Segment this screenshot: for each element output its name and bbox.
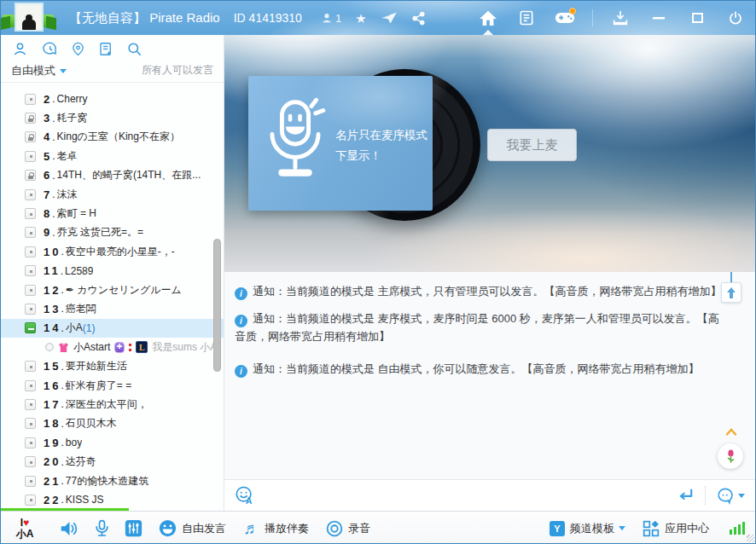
share-icon[interactable]: [411, 11, 426, 26]
maximize-button[interactable]: [686, 7, 708, 29]
speaker-icon[interactable]: [60, 520, 79, 537]
channel-name: 虾米有房了= =: [66, 379, 131, 393]
note-collect-icon[interactable]: [98, 41, 113, 57]
vip-badge-icon: [114, 342, 125, 353]
channel-number: 20: [44, 455, 61, 468]
collapse-minus-icon[interactable]: [25, 322, 36, 333]
svg-text:A: A: [246, 496, 253, 506]
power-close-button[interactable]: [724, 7, 747, 29]
template-icon: Y: [550, 521, 565, 536]
member-row[interactable]: 小AstartL我是sums 小A: [1, 338, 224, 356]
send-enter-icon[interactable]: [676, 488, 695, 503]
channel-number: 3: [44, 112, 52, 124]
sidebar: 自由模式 所有人可以发言 2.Cherry3.耗子窝4.Kingの王室（King…: [1, 35, 224, 511]
input-bar-separator: [705, 486, 706, 505]
record-button[interactable]: 录音: [326, 520, 370, 537]
location-icon[interactable]: [71, 41, 85, 57]
channel-logo[interactable]: [1, 1, 57, 35]
channel-row[interactable]: 6.14TH、的蝎子窝(14TH、在跟...: [1, 166, 224, 185]
favorite-star-icon[interactable]: ★: [355, 12, 366, 25]
mic-status-icon: [45, 343, 54, 351]
channel-name: Cherry: [57, 93, 88, 105]
minimize-to-tray-button[interactable]: [609, 7, 631, 29]
minimize-button[interactable]: [648, 7, 670, 29]
lock-icon: [25, 113, 36, 124]
scroll-to-top-button[interactable]: [721, 282, 741, 303]
channel-row[interactable]: 15.要开始新生活: [1, 356, 224, 375]
free-speech-button[interactable]: 自由发言: [159, 519, 226, 537]
channel-row[interactable]: 9.乔克 这货已死=。=: [1, 223, 224, 242]
channel-number: 22: [44, 494, 61, 506]
channel-row[interactable]: 4.Kingの王室（King不在家）: [1, 128, 224, 147]
channel-node-icon: [25, 151, 36, 162]
channel-row[interactable]: 12.✒ カウンセリングルーム: [1, 281, 224, 299]
channel-member-count: (1): [83, 322, 96, 334]
channel-info-button[interactable]: [515, 7, 538, 29]
microphone-icon[interactable]: [95, 519, 109, 537]
list-scrollbar[interactable]: [213, 239, 221, 372]
info-icon: i: [235, 315, 247, 327]
send-plane-icon[interactable]: [381, 11, 398, 25]
chevron-down-icon[interactable]: [60, 69, 67, 77]
chat-input[interactable]: [255, 480, 676, 511]
emoticon-picker-icon[interactable]: A: [235, 485, 255, 506]
channel-row[interactable]: 11.L2589: [1, 262, 224, 281]
member-signature: 我是sums 小A: [152, 340, 217, 355]
channel-row[interactable]: 21.77的愉快木造建筑: [1, 472, 224, 490]
channel-row[interactable]: 19.boy: [1, 433, 224, 452]
app-center-button[interactable]: 应用中心: [643, 520, 709, 537]
channel-template-button[interactable]: Y 频道模板: [550, 521, 625, 536]
chat-input-bar: A: [224, 479, 755, 511]
channel-row[interactable]: 3.耗子窝: [1, 108, 224, 127]
channel-row[interactable]: 5.老卓: [1, 147, 224, 165]
play-accompaniment-button[interactable]: ♬ 播放伴奏: [243, 520, 309, 536]
channel-number: 19: [44, 437, 61, 449]
channel-row[interactable]: 16.虾米有房了= =: [1, 376, 224, 395]
resize-grip[interactable]: [747, 535, 754, 542]
channel-node-icon: [25, 208, 36, 219]
channel-row[interactable]: 2.Cherry: [1, 90, 224, 108]
member-name: 小Astart: [73, 340, 110, 355]
chat-history-icon[interactable]: [41, 41, 58, 57]
channel-name: 要开始新生活: [66, 359, 127, 373]
notice-panel: i通知：当前频道的模式是 主席模式，只有管理员可以发言。【高音质，网络带宽占用稍…: [224, 272, 755, 479]
titlebar-separator: [592, 9, 593, 26]
member-icon[interactable]: [12, 41, 28, 57]
channel-node-icon: [25, 399, 36, 410]
chevron-up-icon[interactable]: [725, 424, 737, 439]
mic-notice-card: 名片只在麦序模式 下显示！: [248, 76, 433, 211]
channel-number: 14: [44, 321, 61, 334]
album-art: [15, 3, 44, 32]
games-button[interactable]: [554, 7, 576, 29]
channel-row[interactable]: 18.石贝贝木木: [1, 414, 224, 433]
lock-icon: [25, 131, 36, 142]
guild-logo[interactable]: I♥ 小A: [9, 518, 40, 539]
take-mic-button[interactable]: 我要上麦: [487, 129, 577, 161]
channel-node-icon: [25, 456, 36, 467]
notice-message: i通知：当前频道的模式是 自由模式，你可以随意发言。【高音质，网络带宽占用稍有增…: [235, 360, 730, 378]
mode-dropdown[interactable]: 自由模式: [11, 63, 55, 78]
channel-node-icon: [25, 361, 36, 372]
chat-mode-bubble-icon[interactable]: [716, 487, 745, 505]
home-tab-button[interactable]: [477, 7, 499, 29]
channel-row[interactable]: 10.夜空中最亮的小星星-，-: [1, 242, 224, 261]
channel-name: 小A: [66, 321, 83, 335]
channel-row[interactable]: 14.小A(1): [1, 319, 224, 338]
channel-row[interactable]: 22.KISS JS: [1, 490, 224, 509]
channel-row[interactable]: 20.达芬奇: [1, 452, 224, 471]
channel-row[interactable]: 17.深医生的太平间，: [1, 395, 224, 414]
lol-game-badge-icon: L: [136, 341, 148, 353]
channel-number: 5: [44, 150, 52, 163]
sidebar-toolbar: [1, 35, 224, 59]
chevron-down-icon[interactable]: [738, 494, 745, 501]
channel-name: 沫沫: [57, 188, 78, 202]
channel-number: 6: [44, 169, 52, 182]
search-icon[interactable]: [126, 41, 142, 57]
channel-row[interactable]: 7.沫沫: [1, 185, 224, 204]
channel-row[interactable]: 13.癌老闆: [1, 299, 224, 318]
mixer-icon[interactable]: [125, 519, 142, 537]
channel-name: 深医生的太平间，: [66, 397, 148, 412]
channel-header-image: 名片只在麦序模式 下显示！ 我要上麦: [224, 35, 755, 272]
send-flower-button[interactable]: [718, 443, 743, 469]
channel-row[interactable]: 8.索町 = H: [1, 204, 224, 223]
